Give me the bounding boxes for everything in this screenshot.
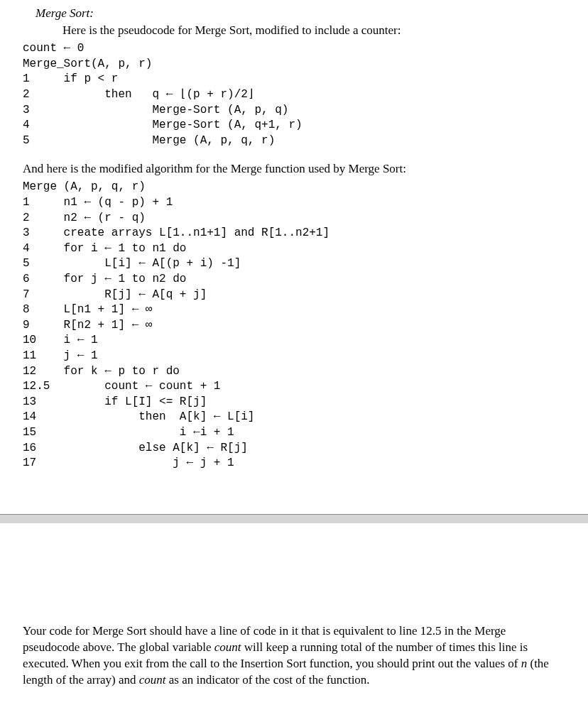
footer-var-count-2: count bbox=[139, 673, 166, 687]
code-block-merge: Merge (A, p, q, r) 1 n1 ← (q - p) + 1 2 … bbox=[23, 180, 565, 471]
footer-paragraph: Your code for Merge Sort should have a l… bbox=[23, 623, 565, 689]
narrative-merge-fn: And here is the modified algorithm for t… bbox=[23, 161, 565, 177]
footer-var-count-1: count bbox=[214, 640, 241, 654]
footer-text-4: as an indicator of the cost of the funct… bbox=[166, 673, 370, 687]
intro-text: Here is the pseudocode for Merge Sort, m… bbox=[62, 23, 565, 38]
page-divider bbox=[0, 514, 588, 524]
footer-var-n: n bbox=[521, 657, 528, 670]
section-title: Merge Sort: bbox=[36, 6, 565, 21]
code-block-mergesort: count ← 0 Merge_Sort(A, p, r) 1 if p < r… bbox=[23, 41, 565, 148]
